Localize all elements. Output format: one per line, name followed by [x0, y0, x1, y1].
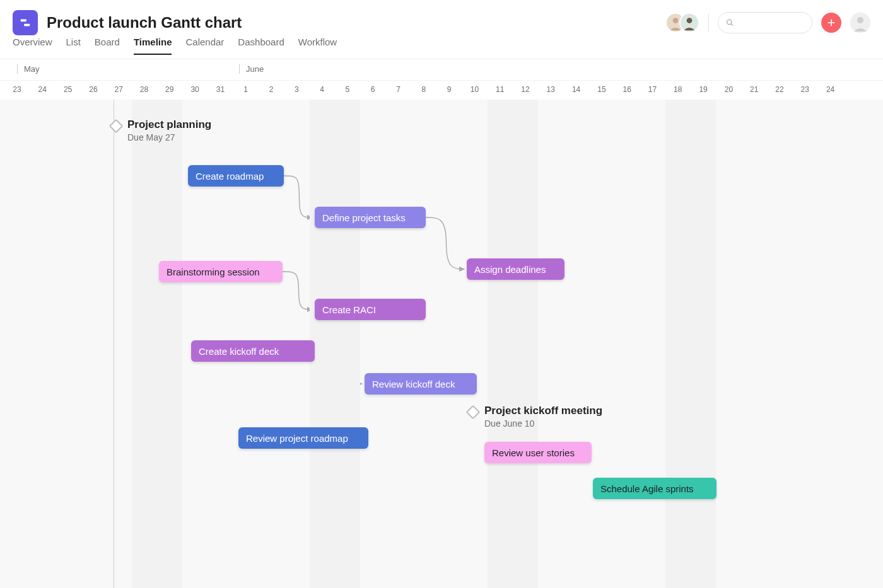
day-cell: 25 — [56, 85, 81, 94]
weekend-band — [665, 100, 716, 588]
day-cell: 11 — [488, 85, 513, 94]
tab-workflow[interactable]: Workflow — [298, 37, 337, 54]
gantt-body[interactable]: Project planningDue May 27Project kickof… — [0, 100, 883, 588]
tab-dashboard[interactable]: Dashboard — [238, 37, 284, 54]
milestone-title: Project planning — [127, 118, 211, 131]
day-cell: 9 — [436, 85, 462, 94]
milestone-due: Due June 10 — [484, 418, 602, 429]
page-title: Product launch Gantt chart — [47, 14, 242, 32]
task-bar[interactable]: Review user stories — [484, 442, 592, 463]
tab-timeline[interactable]: Timeline — [134, 37, 172, 55]
day-cell: 12 — [513, 85, 538, 94]
search-box[interactable] — [718, 12, 812, 33]
day-cell: 17 — [640, 85, 665, 94]
day-cell: 2 — [259, 85, 284, 94]
tab-overview[interactable]: Overview — [13, 37, 52, 54]
milestone[interactable]: Project planningDue May 27 — [111, 118, 211, 142]
day-cell: 28 — [132, 85, 157, 94]
day-cell: 30 — [182, 85, 208, 94]
day-cell: 5 — [335, 85, 360, 94]
task-bar[interactable]: Create RACI — [315, 299, 426, 320]
milestone[interactable]: Project kickoff meetingDue June 10 — [468, 405, 602, 429]
day-cell: 24 — [30, 85, 55, 94]
day-cell: 13 — [538, 85, 563, 94]
day-cell: 16 — [614, 85, 640, 94]
task-bar[interactable]: Assign deadlines — [467, 258, 564, 280]
tab-calendar[interactable]: Calendar — [185, 37, 224, 54]
weekend-band — [310, 100, 361, 588]
month-row: MayJune — [0, 59, 883, 81]
project-icon[interactable] — [13, 10, 38, 35]
plus-icon — [826, 18, 836, 28]
svg-rect-1 — [24, 24, 30, 26]
self-avatar[interactable] — [850, 13, 870, 33]
month-label: May — [17, 64, 40, 74]
svg-point-3 — [673, 18, 679, 23]
day-cell: 20 — [716, 85, 741, 94]
header-right — [665, 12, 870, 33]
milestone-diamond-icon — [109, 119, 124, 134]
day-cell: 8 — [411, 85, 436, 94]
milestone-due: Due May 27 — [127, 132, 211, 142]
divider — [708, 14, 709, 32]
view-tabs: OverviewListBoardTimelineCalendarDashboa… — [0, 37, 883, 59]
day-cell: 1 — [233, 85, 259, 94]
day-cell: 10 — [462, 85, 487, 94]
task-bar[interactable]: Review kickoff deck — [365, 373, 477, 395]
task-bar[interactable]: Brainstorming session — [159, 261, 283, 282]
avatar[interactable] — [679, 13, 699, 33]
timeline[interactable]: MayJune 23242526272829303112345678910111… — [0, 59, 883, 588]
day-cell: 19 — [691, 85, 716, 94]
day-cell: 29 — [157, 85, 182, 94]
month-label: June — [239, 64, 264, 74]
milestone-diamond-icon — [466, 405, 481, 420]
task-bar[interactable]: Create roadmap — [188, 165, 284, 187]
day-row: 2324252627282930311234567891011121314151… — [0, 81, 883, 100]
day-cell: 27 — [106, 85, 131, 94]
day-cell: 24 — [818, 85, 843, 94]
tab-board[interactable]: Board — [95, 37, 120, 54]
weekend-band — [132, 100, 183, 588]
svg-line-7 — [731, 24, 733, 26]
today-line — [114, 100, 114, 588]
day-cell: 15 — [589, 85, 614, 94]
search-icon — [726, 18, 734, 27]
day-cell: 31 — [208, 85, 233, 94]
task-bar[interactable]: Review project roadmap — [238, 427, 368, 449]
day-cell: 26 — [81, 85, 106, 94]
day-cell: 14 — [564, 85, 589, 94]
day-cell: 4 — [310, 85, 335, 94]
day-cell: 3 — [284, 85, 309, 94]
day-cell: 22 — [767, 85, 792, 94]
header: Product launch Gantt chart — [0, 0, 883, 37]
svg-point-6 — [727, 20, 732, 24]
svg-point-11 — [857, 17, 863, 23]
tab-list[interactable]: List — [66, 37, 81, 54]
task-bar[interactable]: Schedule Agile sprints — [593, 478, 716, 499]
search-input[interactable] — [734, 18, 804, 28]
day-cell: 23 — [4, 85, 30, 94]
svg-rect-0 — [21, 20, 26, 22]
milestone-title: Project kickoff meeting — [484, 405, 602, 417]
day-cell: 18 — [665, 85, 691, 94]
day-cell: 23 — [792, 85, 817, 94]
day-cell: 7 — [386, 85, 411, 94]
add-button[interactable] — [821, 13, 841, 33]
task-bar[interactable]: Define project tasks — [315, 207, 426, 228]
day-cell: 6 — [360, 85, 385, 94]
svg-point-5 — [687, 18, 693, 23]
member-stack[interactable] — [665, 13, 699, 33]
day-cell: 21 — [742, 85, 767, 94]
task-bar[interactable]: Create kickoff deck — [191, 340, 315, 362]
weekend-band — [488, 100, 539, 588]
